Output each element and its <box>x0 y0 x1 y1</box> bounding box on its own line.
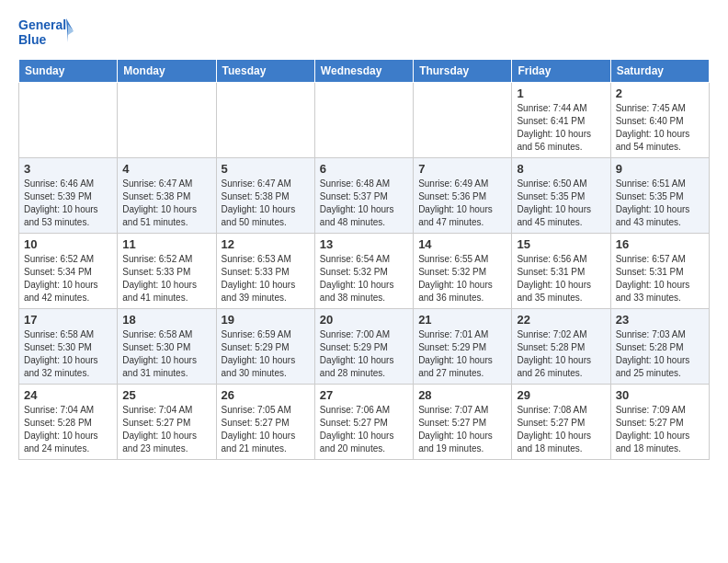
week-row-2: 3Sunrise: 6:46 AM Sunset: 5:39 PM Daylig… <box>19 158 710 234</box>
day-cell: 14Sunrise: 6:55 AM Sunset: 5:32 PM Dayli… <box>414 234 512 309</box>
day-cell: 26Sunrise: 7:05 AM Sunset: 5:27 PM Dayli… <box>216 385 314 460</box>
day-info: Sunrise: 6:58 AM Sunset: 5:30 PM Dayligh… <box>24 328 112 380</box>
day-cell <box>314 83 413 158</box>
day-number: 30 <box>616 388 704 402</box>
week-row-4: 17Sunrise: 6:58 AM Sunset: 5:30 PM Dayli… <box>19 309 710 385</box>
day-info: Sunrise: 6:50 AM Sunset: 5:35 PM Dayligh… <box>517 178 605 229</box>
day-cell: 18Sunrise: 6:58 AM Sunset: 5:30 PM Dayli… <box>118 309 216 385</box>
day-number: 2 <box>616 86 704 100</box>
svg-text:Blue: Blue <box>18 32 47 47</box>
day-cell: 23Sunrise: 7:03 AM Sunset: 5:28 PM Dayli… <box>610 309 709 385</box>
day-number: 6 <box>320 162 408 176</box>
day-info: Sunrise: 7:05 AM Sunset: 5:27 PM Dayligh… <box>222 404 310 455</box>
day-number: 24 <box>24 388 112 402</box>
week-row-5: 24Sunrise: 7:04 AM Sunset: 5:28 PM Dayli… <box>19 385 710 460</box>
day-info: Sunrise: 6:51 AM Sunset: 5:35 PM Dayligh… <box>616 178 704 229</box>
calendar-body: 1Sunrise: 7:44 AM Sunset: 6:41 PM Daylig… <box>19 83 710 460</box>
day-cell <box>216 83 314 158</box>
day-info: Sunrise: 6:59 AM Sunset: 5:29 PM Dayligh… <box>222 328 310 380</box>
day-number: 26 <box>222 388 310 402</box>
day-number: 10 <box>24 237 112 251</box>
day-number: 4 <box>122 162 210 176</box>
day-info: Sunrise: 6:47 AM Sunset: 5:38 PM Dayligh… <box>122 178 210 229</box>
day-cell: 4Sunrise: 6:47 AM Sunset: 5:38 PM Daylig… <box>118 158 216 234</box>
weekday-header-thursday: Thursday <box>414 60 512 83</box>
day-cell: 16Sunrise: 6:57 AM Sunset: 5:31 PM Dayli… <box>610 234 709 309</box>
day-number: 23 <box>616 313 704 327</box>
day-cell: 11Sunrise: 6:52 AM Sunset: 5:33 PM Dayli… <box>118 234 216 309</box>
day-info: Sunrise: 6:46 AM Sunset: 5:39 PM Dayligh… <box>24 178 112 229</box>
day-number: 28 <box>418 388 506 402</box>
day-cell: 24Sunrise: 7:04 AM Sunset: 5:28 PM Dayli… <box>19 385 118 460</box>
day-number: 19 <box>222 313 310 327</box>
day-cell: 9Sunrise: 6:51 AM Sunset: 5:35 PM Daylig… <box>610 158 709 234</box>
day-number: 15 <box>517 237 605 251</box>
day-number: 25 <box>122 388 210 402</box>
day-info: Sunrise: 6:48 AM Sunset: 5:37 PM Dayligh… <box>320 178 408 229</box>
day-cell: 12Sunrise: 6:53 AM Sunset: 5:33 PM Dayli… <box>216 234 314 309</box>
weekday-header-tuesday: Tuesday <box>216 60 314 83</box>
week-row-1: 1Sunrise: 7:44 AM Sunset: 6:41 PM Daylig… <box>19 83 710 158</box>
logo-svg: General Blue <box>18 15 74 53</box>
day-info: Sunrise: 7:07 AM Sunset: 5:27 PM Dayligh… <box>418 404 506 455</box>
day-cell: 21Sunrise: 7:01 AM Sunset: 5:29 PM Dayli… <box>414 309 512 385</box>
day-info: Sunrise: 7:03 AM Sunset: 5:28 PM Dayligh… <box>616 328 704 380</box>
day-info: Sunrise: 6:53 AM Sunset: 5:33 PM Dayligh… <box>222 253 310 304</box>
calendar: SundayMondayTuesdayWednesdayThursdayFrid… <box>18 59 710 460</box>
day-info: Sunrise: 6:54 AM Sunset: 5:32 PM Dayligh… <box>320 253 408 304</box>
day-info: Sunrise: 6:49 AM Sunset: 5:36 PM Dayligh… <box>418 178 506 229</box>
day-cell: 30Sunrise: 7:09 AM Sunset: 5:27 PM Dayli… <box>610 385 709 460</box>
weekday-header-sunday: Sunday <box>19 60 118 83</box>
day-cell <box>118 83 216 158</box>
week-row-3: 10Sunrise: 6:52 AM Sunset: 5:34 PM Dayli… <box>19 234 710 309</box>
day-info: Sunrise: 7:45 AM Sunset: 6:40 PM Dayligh… <box>616 102 704 154</box>
day-number: 16 <box>616 237 704 251</box>
weekday-header-saturday: Saturday <box>610 60 709 83</box>
day-cell: 19Sunrise: 6:59 AM Sunset: 5:29 PM Dayli… <box>216 309 314 385</box>
day-cell: 22Sunrise: 7:02 AM Sunset: 5:28 PM Dayli… <box>512 309 610 385</box>
day-number: 3 <box>24 162 112 176</box>
weekday-header-monday: Monday <box>118 60 216 83</box>
day-cell <box>414 83 512 158</box>
day-number: 22 <box>517 313 605 327</box>
header: General Blue <box>18 15 710 53</box>
day-info: Sunrise: 7:02 AM Sunset: 5:28 PM Dayligh… <box>517 328 605 380</box>
day-number: 29 <box>517 388 605 402</box>
day-cell: 13Sunrise: 6:54 AM Sunset: 5:32 PM Dayli… <box>314 234 413 309</box>
page: General Blue SundayMondayTuesdayWednesda… <box>0 0 728 469</box>
day-info: Sunrise: 6:57 AM Sunset: 5:31 PM Dayligh… <box>616 253 704 304</box>
day-cell <box>19 83 118 158</box>
day-info: Sunrise: 7:04 AM Sunset: 5:27 PM Dayligh… <box>122 404 210 455</box>
day-info: Sunrise: 6:52 AM Sunset: 5:33 PM Dayligh… <box>122 253 210 304</box>
day-info: Sunrise: 7:04 AM Sunset: 5:28 PM Dayligh… <box>24 404 112 455</box>
day-number: 8 <box>517 162 605 176</box>
day-number: 21 <box>418 313 506 327</box>
day-cell: 1Sunrise: 7:44 AM Sunset: 6:41 PM Daylig… <box>512 83 610 158</box>
day-cell: 17Sunrise: 6:58 AM Sunset: 5:30 PM Dayli… <box>19 309 118 385</box>
day-info: Sunrise: 7:06 AM Sunset: 5:27 PM Dayligh… <box>320 404 408 455</box>
day-cell: 8Sunrise: 6:50 AM Sunset: 5:35 PM Daylig… <box>512 158 610 234</box>
day-number: 18 <box>122 313 210 327</box>
day-cell: 27Sunrise: 7:06 AM Sunset: 5:27 PM Dayli… <box>314 385 413 460</box>
day-info: Sunrise: 7:01 AM Sunset: 5:29 PM Dayligh… <box>418 328 506 380</box>
day-number: 1 <box>517 86 605 100</box>
day-info: Sunrise: 7:08 AM Sunset: 5:27 PM Dayligh… <box>517 404 605 455</box>
day-number: 13 <box>320 237 408 251</box>
svg-text:General: General <box>18 17 66 32</box>
day-number: 12 <box>222 237 310 251</box>
day-info: Sunrise: 6:55 AM Sunset: 5:32 PM Dayligh… <box>418 253 506 304</box>
day-number: 7 <box>418 162 506 176</box>
day-cell: 7Sunrise: 6:49 AM Sunset: 5:36 PM Daylig… <box>414 158 512 234</box>
day-cell: 15Sunrise: 6:56 AM Sunset: 5:31 PM Dayli… <box>512 234 610 309</box>
day-cell: 25Sunrise: 7:04 AM Sunset: 5:27 PM Dayli… <box>118 385 216 460</box>
day-number: 9 <box>616 162 704 176</box>
weekday-header-wednesday: Wednesday <box>314 60 413 83</box>
day-info: Sunrise: 6:56 AM Sunset: 5:31 PM Dayligh… <box>517 253 605 304</box>
day-cell: 20Sunrise: 7:00 AM Sunset: 5:29 PM Dayli… <box>314 309 413 385</box>
day-cell: 6Sunrise: 6:48 AM Sunset: 5:37 PM Daylig… <box>314 158 413 234</box>
day-number: 17 <box>24 313 112 327</box>
logo: General Blue <box>18 15 74 53</box>
day-number: 5 <box>222 162 310 176</box>
day-cell: 10Sunrise: 6:52 AM Sunset: 5:34 PM Dayli… <box>19 234 118 309</box>
weekday-row: SundayMondayTuesdayWednesdayThursdayFrid… <box>19 60 710 83</box>
